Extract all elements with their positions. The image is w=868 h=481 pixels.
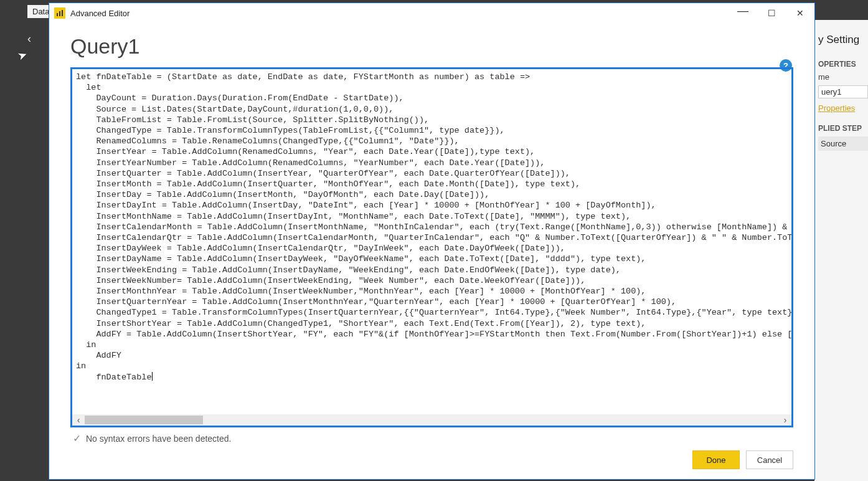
applied-step-source[interactable]: Source — [818, 136, 868, 151]
scroll-right-icon[interactable]: › — [779, 415, 791, 425]
svg-rect-2 — [62, 10, 63, 16]
svg-rect-1 — [59, 11, 60, 16]
horizontal-scrollbar[interactable]: ‹ › — [72, 414, 791, 426]
chevron-left-icon[interactable]: ‹ — [27, 32, 40, 45]
titlebar: Advanced Editor — ☐ ✕ — [49, 3, 814, 23]
mouse-cursor-icon: ➤ — [16, 47, 29, 64]
scrollbar-thumb[interactable] — [85, 416, 203, 424]
check-icon: ✓ — [73, 432, 81, 444]
app-icon — [54, 7, 65, 19]
window-title: Advanced Editor — [70, 9, 130, 18]
name-label: me — [818, 72, 868, 82]
query-name-input[interactable]: uery1 — [818, 85, 868, 98]
scrollbar-track[interactable] — [203, 416, 779, 424]
minimize-button[interactable]: — — [729, 1, 757, 20]
window-controls: — ☐ ✕ — [729, 4, 814, 22]
cancel-button[interactable]: Cancel — [746, 450, 793, 469]
dialog-buttons: Done Cancel — [70, 450, 793, 472]
properties-section-label: OPERTIES — [818, 60, 868, 69]
code-editor[interactable]: let fnDateTable = (StartDate as date, En… — [70, 67, 793, 427]
svg-rect-0 — [57, 13, 58, 16]
syntax-status: ✓ No syntax errors have been detected. — [70, 427, 793, 450]
all-properties-link[interactable]: Properties — [818, 103, 868, 113]
applied-steps-section-label: PLIED STEP — [818, 124, 868, 133]
scroll-left-icon[interactable]: ‹ — [72, 415, 85, 425]
close-button[interactable]: ✕ — [786, 4, 814, 22]
query-name-heading: Query1 — [70, 34, 793, 59]
done-button[interactable]: Done — [692, 450, 740, 469]
status-message: No syntax errors have been detected. — [86, 434, 231, 444]
query-settings-panel: y Setting OPERTIES me uery1 Properties P… — [814, 20, 868, 481]
code-text[interactable]: let fnDateTable = (StartDate as date, En… — [72, 69, 791, 414]
panel-header: y Setting — [818, 34, 868, 46]
maximize-button[interactable]: ☐ — [757, 4, 786, 22]
advanced-editor-window: Advanced Editor — ☐ ✕ Query1 ? let fnDat… — [49, 2, 815, 480]
